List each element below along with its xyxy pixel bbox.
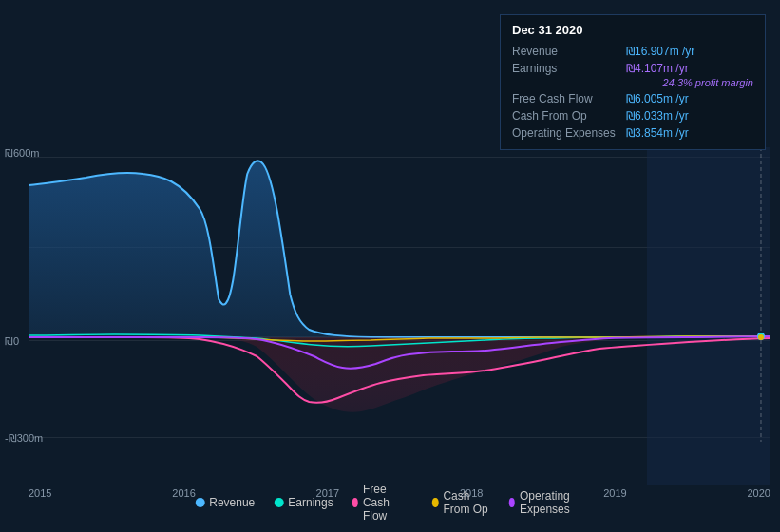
legend-dot-cash-op (432, 498, 438, 507)
legend-item-op-exp[interactable]: Operating Expenses (509, 489, 585, 516)
tooltip-row-revenue: Revenue ₪16.907m /yr (512, 43, 753, 60)
tooltip-revenue-label: Revenue (512, 45, 626, 58)
y-label-zero: ₪0 (5, 335, 19, 348)
legend-label-op-exp: Operating Expenses (520, 489, 585, 516)
cash-op-dot (758, 334, 764, 340)
tooltip-row-cash-op: Cash From Op ₪6.033m /yr (512, 107, 753, 124)
tooltip-free-cash-label: Free Cash Flow (512, 92, 626, 105)
legend-label-free-cash: Free Cash Flow (363, 483, 413, 522)
x-label-2015: 2015 (29, 487, 51, 499)
tooltip-op-exp-label: Operating Expenses (512, 126, 626, 140)
legend-label-cash-op: Cash From Op (443, 489, 489, 516)
revenue-area (29, 161, 770, 337)
tooltip-revenue-value: ₪16.907m /yr (626, 45, 753, 58)
tooltip-op-exp-value: ₪3.854m /yr (626, 126, 753, 140)
legend-label-revenue: Revenue (209, 496, 255, 509)
tooltip-earnings-value: ₪4.107m /yr (626, 62, 753, 75)
tooltip-card: Dec 31 2020 Revenue ₪16.907m /yr Earning… (500, 14, 766, 150)
chart-container: Dec 31 2020 Revenue ₪16.907m /yr Earning… (0, 0, 780, 532)
legend: Revenue Earnings Free Cash Flow Cash Fro… (195, 483, 585, 522)
legend-dot-earnings (274, 498, 283, 507)
legend-dot-op-exp (509, 498, 515, 507)
legend-item-revenue[interactable]: Revenue (195, 496, 255, 509)
tooltip-date: Dec 31 2020 (512, 23, 753, 37)
legend-item-earnings[interactable]: Earnings (274, 496, 333, 509)
tooltip-cash-op-label: Cash From Op (512, 109, 626, 123)
tooltip-earnings-label: Earnings (512, 62, 626, 75)
x-label-2020: 2020 (747, 487, 770, 499)
legend-dot-revenue (195, 498, 204, 507)
x-label-2016: 2016 (172, 487, 195, 499)
tooltip-row-free-cash: Free Cash Flow ₪6.005m /yr (512, 90, 753, 107)
profit-margin-label: 24.3% profit margin (663, 77, 753, 88)
legend-item-cash-op[interactable]: Cash From Op (432, 489, 490, 516)
x-label-2019: 2019 (603, 487, 626, 499)
legend-item-free-cash[interactable]: Free Cash Flow (352, 483, 413, 522)
neg-area (200, 337, 694, 412)
tooltip-row-earnings: Earnings ₪4.107m /yr (512, 60, 753, 77)
tooltip-cash-op-value: ₪6.033m /yr (626, 109, 753, 123)
profit-margin-row: 24.3% profit margin (512, 77, 753, 90)
tooltip-row-op-exp: Operating Expenses ₪3.854m /yr (512, 124, 753, 142)
tooltip-free-cash-value: ₪6.005m /yr (626, 92, 753, 105)
legend-dot-free-cash (352, 498, 358, 507)
chart-svg (29, 147, 770, 442)
legend-label-earnings: Earnings (288, 496, 333, 509)
